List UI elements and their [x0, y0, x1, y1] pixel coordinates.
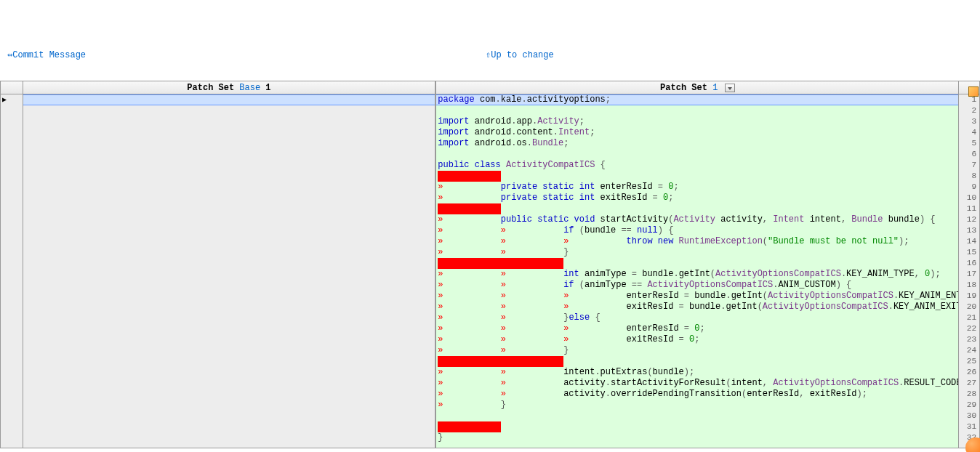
line-number[interactable]: 28 [959, 389, 979, 400]
line-number[interactable]: 10 [959, 193, 979, 203]
code-line[interactable]: package com.kale.activityoptions; [436, 94, 958, 105]
up-to-change-link[interactable]: ⇧Up to change [486, 49, 554, 60]
tab-marker: » [438, 225, 500, 235]
code-line[interactable]: » » » exitResId = bundle.getInt(Activity… [436, 302, 958, 312]
tab-marker: » [438, 312, 500, 323]
tab-marker: » [438, 367, 500, 377]
tab-marker: » [438, 291, 500, 301]
tab-marker: » [563, 291, 626, 301]
tab-marker: » [563, 323, 626, 334]
whitespace-error: » [438, 356, 500, 367]
line-number[interactable]: 14 [959, 236, 979, 247]
tab-marker: » [501, 269, 563, 279]
code-line[interactable]: » private static int exitResId = 0; [436, 193, 958, 203]
line-number[interactable]: 12 [959, 214, 979, 225]
line-marker: ▶ [1, 94, 23, 105]
whitespace-error: » [501, 356, 563, 367]
tab-marker: » [438, 193, 500, 203]
line-number[interactable]: 31 [959, 421, 979, 432]
code-line[interactable]: » » } [436, 345, 958, 356]
diff-container: ▶ Patch Set Base 1 Patch Set 1 package c… [0, 81, 980, 448]
code-line[interactable]: » » } [436, 247, 958, 258]
right-code-body[interactable]: package com.kale.activityoptions;import … [436, 94, 958, 448]
line-number[interactable]: 11 [959, 203, 979, 214]
tab-marker: » [438, 389, 500, 399]
code-line[interactable]: » » » enterResId = 0; [436, 323, 958, 334]
code-line[interactable] [436, 105, 958, 116]
tab-marker: » [438, 302, 500, 312]
code-line[interactable]: » » int animType = bundle.getInt(Activit… [436, 269, 958, 280]
code-line[interactable]: » » » throw new RuntimeException("Bundle… [436, 236, 958, 247]
tab-marker: » [563, 334, 626, 344]
line-number[interactable]: 2 [959, 105, 979, 116]
code-line[interactable]: » [436, 171, 958, 182]
code-line[interactable]: » private static int enterResId = 0; [436, 182, 958, 193]
line-number[interactable]: 16 [959, 258, 979, 269]
patchset-link[interactable]: 1 [712, 83, 718, 93]
code-line[interactable]: » [436, 421, 958, 432]
code-line[interactable] [436, 411, 958, 421]
line-number[interactable]: 13 [959, 225, 979, 236]
code-line[interactable]: » public static void startActivity(Activ… [436, 214, 958, 225]
tab-marker: » [563, 236, 626, 246]
tab-marker: » [438, 182, 500, 192]
tab-marker: » [563, 302, 626, 312]
line-number[interactable]: 30 [959, 411, 979, 421]
base-link[interactable]: Base [239, 83, 260, 93]
code-line[interactable]: » » » exitResId = 0; [436, 334, 958, 345]
right-header: Patch Set 1 [436, 81, 958, 94]
code-line[interactable]: import android.content.Intent; [436, 127, 958, 138]
code-line[interactable]: } [436, 432, 958, 443]
code-line[interactable]: » » » enterResId = bundle.getInt(Activit… [436, 291, 958, 302]
corner-settings-icon[interactable] [968, 86, 979, 97]
whitespace-error: » [438, 171, 500, 182]
line-number[interactable]: 24 [959, 345, 979, 356]
code-line[interactable]: public class ActivityCompatICS { [436, 160, 958, 171]
line-number[interactable]: 29 [959, 400, 979, 411]
code-line[interactable]: » » intent.putExtras(bundle); [436, 367, 958, 378]
tab-marker: » [501, 389, 563, 399]
line-number[interactable]: 17 [959, 269, 979, 280]
tab-marker: » [501, 323, 563, 334]
line-number[interactable]: 6 [959, 149, 979, 160]
commit-message-link[interactable]: ⇔Commit Message [7, 49, 86, 60]
tab-marker: » [501, 247, 563, 257]
tab-marker: » [501, 280, 563, 290]
line-number[interactable]: 23 [959, 334, 979, 345]
left-gutter: ▶ [0, 81, 23, 448]
line-number[interactable]: 9 [959, 182, 979, 193]
line-number[interactable]: 8 [959, 171, 979, 182]
code-line[interactable]: » } [436, 400, 958, 411]
line-number[interactable]: 18 [959, 280, 979, 291]
code-line[interactable]: » » [436, 258, 958, 269]
code-line[interactable]: » » }else { [436, 312, 958, 323]
code-line[interactable]: » » activity.overridePendingTransition(e… [436, 389, 958, 400]
left-pane: Patch Set Base 1 [23, 81, 436, 448]
code-line[interactable]: » » [436, 356, 958, 367]
left-selected-line [23, 94, 435, 105]
code-line[interactable]: » » if (bundle == null) { [436, 225, 958, 236]
code-line[interactable]: import android.os.Bundle; [436, 138, 958, 149]
code-line[interactable] [436, 149, 958, 160]
line-number[interactable]: 26 [959, 367, 979, 378]
tab-marker: » [501, 312, 563, 323]
line-number[interactable]: 19 [959, 291, 979, 302]
line-number[interactable]: 3 [959, 116, 979, 127]
line-number[interactable]: 25 [959, 356, 979, 367]
line-number[interactable]: 7 [959, 160, 979, 171]
code-line[interactable]: » [436, 203, 958, 214]
patchset-dropdown-icon[interactable] [725, 84, 735, 92]
line-number[interactable]: 22 [959, 323, 979, 334]
line-number[interactable]: 27 [959, 378, 979, 389]
tab-marker: » [438, 214, 500, 225]
code-line[interactable]: » » if (animType == ActivityOptionsCompa… [436, 280, 958, 291]
tab-marker: » [438, 378, 500, 388]
line-number[interactable]: 4 [959, 127, 979, 138]
tab-marker: » [501, 345, 563, 355]
code-line[interactable]: » » activity.startActivityForResult(inte… [436, 378, 958, 389]
line-number[interactable]: 15 [959, 247, 979, 258]
line-number[interactable]: 21 [959, 312, 979, 323]
line-number[interactable]: 5 [959, 138, 979, 149]
line-number[interactable]: 20 [959, 302, 979, 312]
code-line[interactable]: import android.app.Activity; [436, 116, 958, 127]
